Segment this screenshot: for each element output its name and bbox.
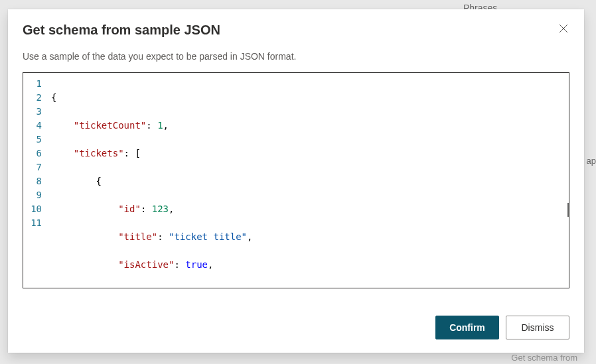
bg-label-right: ap <box>587 156 596 166</box>
bg-label-getschema: Get schema from <box>511 353 577 363</box>
dialog-header: Get schema from sample JSON <box>8 9 584 42</box>
scrollbar-marker <box>567 203 569 217</box>
code-area[interactable]: { "ticketCount": 1, "tickets": [ { "id":… <box>46 73 569 288</box>
line-number: 9 <box>23 188 42 202</box>
close-button[interactable] <box>558 23 569 36</box>
dialog-subtitle: Use a sample of the data you expect to b… <box>8 42 584 72</box>
confirm-button[interactable]: Confirm <box>435 316 499 339</box>
line-number: 5 <box>23 133 42 147</box>
line-gutter: 1 2 3 4 5 6 7 8 9 10 11 <box>23 73 46 288</box>
line-number: 1 <box>23 77 42 91</box>
dialog-title: Get schema from sample JSON <box>23 23 220 38</box>
line-number: 7 <box>23 160 42 174</box>
line-number: 10 <box>23 202 42 216</box>
dialog-footer: Confirm Dismiss <box>8 302 584 353</box>
line-number: 2 <box>23 91 42 105</box>
schema-dialog: Get schema from sample JSON Use a sample… <box>8 9 584 353</box>
line-number: 4 <box>23 119 42 133</box>
line-number: 8 <box>23 174 42 188</box>
line-number: 11 <box>23 216 42 230</box>
line-number: 6 <box>23 147 42 160</box>
line-number: 3 <box>23 105 42 119</box>
json-editor[interactable]: 1 2 3 4 5 6 7 8 9 10 11 { "ticketCount":… <box>23 72 569 288</box>
close-icon <box>559 24 568 33</box>
dismiss-button[interactable]: Dismiss <box>506 316 569 339</box>
